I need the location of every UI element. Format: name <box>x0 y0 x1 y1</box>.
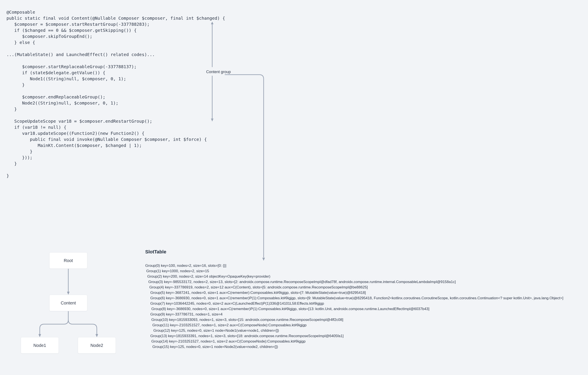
svg-marker-9 <box>95 334 98 337</box>
tree-edge-root-content <box>66 269 70 295</box>
tree-box-content: Content <box>49 295 87 311</box>
svg-marker-4 <box>262 258 265 261</box>
tree-label-node1: Node1 <box>33 343 46 348</box>
svg-marker-8 <box>39 334 41 337</box>
tree-label-root: Root <box>64 258 73 263</box>
slottable-content: Group(0) key=100, nodes=2, size=16, slot… <box>145 263 563 350</box>
tree-box-root: Root <box>49 252 87 269</box>
content-group-arrow-up <box>210 22 214 121</box>
svg-marker-1 <box>211 22 213 24</box>
content-group-to-slottable-arrow <box>225 75 272 263</box>
code-block: @Composable public static final void Con… <box>7 9 225 179</box>
svg-marker-6 <box>67 292 70 295</box>
tree-label-content: Content <box>61 301 76 306</box>
slottable-title: SlotTable <box>145 249 166 255</box>
tree-box-node2: Node2 <box>78 337 116 353</box>
tree-edge-content-children <box>38 311 99 338</box>
svg-marker-3 <box>211 119 213 121</box>
tree-box-node1: Node1 <box>21 337 59 353</box>
tree-label-node2: Node2 <box>91 343 103 348</box>
